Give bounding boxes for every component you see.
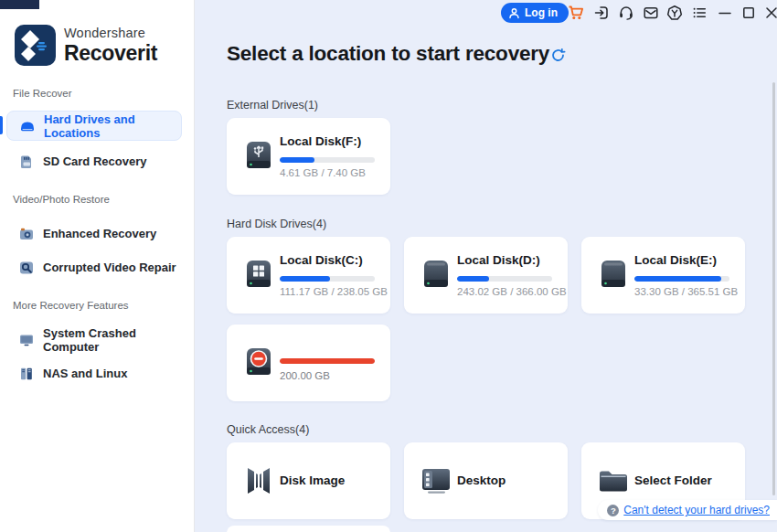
system-drive-icon xyxy=(240,259,277,292)
sidebar-item-nas-linux[interactable]: NAS and Linux xyxy=(6,358,182,388)
video-repair-icon xyxy=(18,260,35,276)
drive-usage-bar xyxy=(280,276,375,282)
user-icon xyxy=(508,7,520,19)
hdd-drive-icon xyxy=(595,259,632,292)
active-item-accent xyxy=(0,116,3,134)
drive-card-f[interactable]: Local Disk(F:) 4.61 GB / 7.40 GB xyxy=(227,118,390,195)
drive-size: 4.61 GB / 7.40 GB xyxy=(280,167,366,178)
sidebar-item-video-repair[interactable]: Corrupted Video Repair xyxy=(6,252,182,282)
sidebar-section-video-photo: Video/Photo Restore xyxy=(13,194,110,205)
drive-card-c[interactable]: Local Disk(C:) 111.17 GB / 238.05 GB xyxy=(227,237,390,314)
sidebar-item-label: Enhanced Recovery xyxy=(43,227,156,240)
toolkit-icon[interactable] xyxy=(666,5,683,21)
window-corner-strip xyxy=(0,0,39,9)
page-title: Select a location to start recovery xyxy=(227,42,549,66)
hdd-drive-icon xyxy=(418,259,454,292)
blocked-drive-icon xyxy=(240,346,277,379)
sidebar: Wondershare Recoverit File Recover Hard … xyxy=(0,0,195,532)
quick-access-label: Select Folder xyxy=(634,473,712,487)
drive-name: Local Disk(F:) xyxy=(280,134,361,148)
drive-card-e[interactable]: Local Disk(E:) 33.30 GB / 365.51 GB xyxy=(581,237,745,314)
topbar: Log in xyxy=(195,0,777,26)
drive-usage-fill xyxy=(457,276,489,282)
drive-usage-bar xyxy=(634,276,729,282)
detect-drives-help-link[interactable]: Can't detect your hard drives? xyxy=(623,504,770,516)
recoverit-logo-icon xyxy=(15,25,56,66)
maximize-icon[interactable] xyxy=(740,5,757,21)
sidebar-item-label: System Crashed Computer xyxy=(43,326,182,354)
menu-list-icon[interactable] xyxy=(691,5,708,21)
sidebar-item-label: NAS and Linux xyxy=(43,367,127,380)
signin-icon[interactable] xyxy=(593,5,610,21)
sidebar-section-more-features: More Recovery Features xyxy=(13,300,129,311)
app-logo: Wondershare Recoverit xyxy=(15,25,157,66)
group-label-quick-access: Quick Access(4) xyxy=(227,423,309,436)
drive-usage-bar xyxy=(280,157,375,163)
drive-card-unallocated[interactable]: 200.00 GB xyxy=(227,325,390,401)
quick-access-label: Desktop xyxy=(457,473,506,487)
desktop-icon xyxy=(418,464,454,497)
login-label: Log in xyxy=(525,6,558,19)
drive-usage-fill xyxy=(280,276,330,282)
brand-company: Wondershare xyxy=(64,27,157,40)
drive-name: Local Disk(C:) xyxy=(280,253,363,267)
quick-access-desktop[interactable]: Desktop xyxy=(404,442,568,519)
group-label-hard-disk-drives: Hard Disk Drives(4) xyxy=(227,218,326,230)
drive-size: 111.17 GB / 238.05 GB xyxy=(280,286,388,297)
drive-usage-bar xyxy=(280,358,375,364)
quick-access-disk-image[interactable]: Disk Image xyxy=(227,442,390,519)
disk-image-icon xyxy=(240,464,277,497)
sidebar-item-sd-card[interactable]: SD Card Recovery xyxy=(6,146,182,176)
login-button[interactable]: Log in xyxy=(501,3,569,23)
drive-size: 200.00 GB xyxy=(280,370,330,381)
drive-name: Local Disk(E:) xyxy=(634,253,717,267)
sidebar-item-label: SD Card Recovery xyxy=(43,154,146,168)
drive-usage-fill xyxy=(280,358,375,364)
sidebar-item-label: Corrupted Video Repair xyxy=(43,261,176,274)
refresh-icon[interactable] xyxy=(550,48,566,63)
close-icon[interactable] xyxy=(763,5,777,21)
vertical-scrollbar[interactable] xyxy=(772,82,776,495)
folder-icon xyxy=(595,464,632,497)
sidebar-item-label: Hard Drives and Locations xyxy=(44,112,181,140)
camera-icon xyxy=(18,226,35,242)
drive-size: 33.30 GB / 365.51 GB xyxy=(634,286,738,297)
sidebar-item-hard-drives[interactable]: Hard Drives and Locations xyxy=(6,111,182,141)
sidebar-item-crashed-computer[interactable]: System Crashed Computer xyxy=(6,325,182,355)
next-row-card-peek xyxy=(227,526,390,532)
headset-icon[interactable] xyxy=(618,5,634,21)
sidebar-section-file-recover: File Recover xyxy=(13,88,72,99)
question-icon: ? xyxy=(607,505,619,516)
drive-usage-fill xyxy=(634,276,721,282)
usb-drive-icon xyxy=(240,140,277,173)
nas-server-icon xyxy=(18,366,35,382)
group-label-external-drives: External Drives(1) xyxy=(227,99,318,112)
drive-name: Local Disk(D:) xyxy=(457,253,540,267)
mail-icon[interactable] xyxy=(643,5,659,21)
minimize-icon[interactable] xyxy=(717,5,733,21)
drive-card-d[interactable]: Local Disk(D:) 243.02 GB / 366.00 GB xyxy=(404,237,568,314)
drive-size: 243.02 GB / 366.00 GB xyxy=(457,286,567,297)
hard-drive-icon xyxy=(19,118,36,134)
quick-access-label: Disk Image xyxy=(280,473,345,487)
help-pill: ? Can't detect your hard drives? xyxy=(598,500,777,520)
brand-product: Recoverit xyxy=(64,43,157,64)
crashed-computer-icon xyxy=(18,332,35,348)
drive-usage-fill xyxy=(280,157,314,163)
cart-icon[interactable] xyxy=(568,5,584,21)
drive-usage-bar xyxy=(457,276,552,282)
sd-card-icon xyxy=(18,154,35,170)
sidebar-item-enhanced-recovery[interactable]: Enhanced Recovery xyxy=(6,218,182,249)
